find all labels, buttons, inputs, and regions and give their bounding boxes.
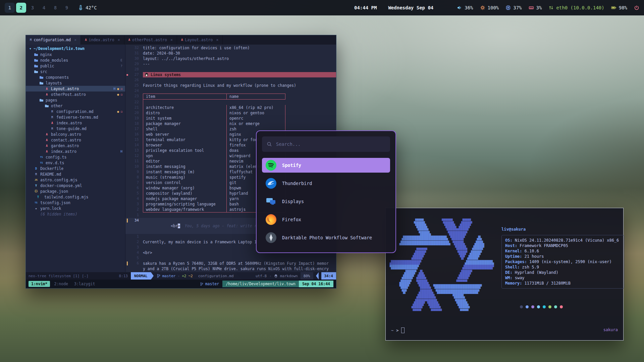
prompt-path: ~ — [391, 328, 393, 333]
clock[interactable]: 04:44 PM Wednesday Sep 04 — [354, 0, 433, 15]
tree-item[interactable]: node_modules E — [26, 57, 125, 63]
tmux-window-tab[interactable]: 1:nvim* — [29, 281, 50, 287]
tree-item[interactable]: components — [26, 74, 125, 80]
diff-added: +2 — [182, 274, 186, 278]
buffer-line: 24 — [125, 88, 336, 94]
workspace-button[interactable]: 9 — [62, 3, 72, 13]
tree-item-label: configuration.md — [56, 109, 94, 114]
editor-tab[interactable]: index.astro × — [81, 35, 124, 45]
tree-item[interactable]: index.astro H — [26, 148, 125, 154]
table-col-name: name — [226, 94, 285, 100]
table-cell-item: init system — [143, 116, 226, 121]
tab-close-icon[interactable]: × — [170, 38, 173, 42]
search-input[interactable] — [275, 141, 385, 147]
file-icon — [45, 87, 49, 90]
launcher-item-spotify[interactable]: Spotify — [262, 158, 390, 173]
table-row: 21 architecture x86_64 (rip m2 pro) — [125, 105, 336, 110]
gear-icon — [480, 5, 485, 10]
tmux-datetime: Sep 04 16:44 — [299, 281, 333, 287]
git-status-badges: ● ◻ — [117, 110, 122, 113]
tree-item[interactable]: otherPost.astro ● ◻ — [26, 92, 125, 97]
tree-item[interactable]: src — [26, 69, 125, 74]
tree-item[interactable]: layouts — [26, 80, 125, 86]
buffer-line: 5 — [125, 255, 336, 261]
tab-close-icon[interactable]: × — [216, 38, 218, 42]
tree-item[interactable]: astro.config.mjs — [26, 177, 125, 183]
tree-item[interactable]: nginx — [26, 52, 125, 57]
workspace-button[interactable]: 4 — [39, 3, 49, 13]
shell-prompt[interactable]: ~ > — [391, 327, 405, 333]
launcher-item-displays[interactable]: Displays — [262, 194, 390, 209]
tmux-window-tab[interactable]: 2:node — [52, 281, 70, 287]
gitsign-bar — [127, 219, 128, 223]
volume-module[interactable]: 36% — [457, 5, 473, 10]
tree-item[interactable]: package.json — [26, 188, 125, 194]
editor-tab[interactable]: configuration.md × — [26, 35, 81, 45]
search-icon — [267, 141, 272, 147]
tree-item[interactable]: pages — [26, 97, 125, 103]
launcher-item-thunderbird[interactable]: Thunderbird — [262, 176, 390, 191]
tree-item[interactable]: configuration.md ● ◻ — [26, 109, 125, 114]
editor-tab[interactable]: otherPost.astro × — [124, 35, 177, 45]
tab-close-icon[interactable]: × — [74, 38, 76, 42]
workspace-number: 4 — [43, 5, 45, 10]
palette-dot — [543, 305, 546, 308]
tree-item[interactable]: env.d.ts — [26, 160, 125, 166]
tree-item[interactable]: Layout.astro H ● ◻ — [26, 86, 125, 92]
tree-item[interactable]: index.astro — [26, 120, 125, 126]
workspace-button[interactable]: 2 — [16, 3, 26, 13]
memory-module[interactable]: 3% — [529, 5, 542, 10]
sidebar-statusline: neo-tree filesystem [1] [-] 8:13 — [26, 272, 131, 280]
info-label: Host — [505, 243, 517, 248]
battery-module[interactable]: 98% — [611, 5, 627, 10]
temperature-module[interactable]: 42°C — [78, 5, 97, 10]
tree-item[interactable]: fediverse-terms.md — [26, 114, 125, 120]
tree-item[interactable]: README.md — [26, 171, 125, 177]
tree-item[interactable]: public ? — [26, 63, 125, 69]
tree-item[interactable]: Dockerfile — [26, 166, 125, 171]
tmux-window-tab[interactable]: 3:lazygit — [72, 281, 97, 287]
workspace-button[interactable]: 8 — [50, 3, 60, 13]
tree-item[interactable]: tailwind.config.mjs — [26, 194, 125, 200]
memory-icon — [529, 5, 534, 10]
brightness-module[interactable]: 100% — [480, 5, 499, 10]
network-icon — [548, 5, 554, 10]
tree-item[interactable]: other — [26, 103, 125, 109]
tree-item[interactable]: docker-compose.yml — [26, 183, 125, 188]
cpu-module[interactable]: 37% — [505, 5, 522, 10]
status-modules: 36% 100% 37% 3% — [457, 5, 639, 10]
launcher-search[interactable] — [262, 136, 390, 152]
tree-item[interactable]: tsconfig.json — [26, 200, 125, 205]
workspace-button[interactable]: 3 — [28, 3, 38, 13]
tree-item-label: env.d.ts — [46, 161, 64, 165]
workspace-button[interactable]: 1 — [5, 3, 15, 13]
tree-item[interactable]: tone-guide.md — [26, 126, 125, 131]
tree-item-label: tone-guide.md — [56, 126, 87, 131]
thermometer-icon — [78, 5, 83, 10]
thunderbird-icon — [265, 178, 277, 189]
tab-label: configuration.md — [34, 38, 71, 42]
launcher-item-firefox[interactable]: Firefox — [262, 212, 390, 227]
tab-close-icon[interactable]: × — [118, 38, 120, 42]
info-value: 21 hours — [525, 254, 544, 259]
editor-tab[interactable]: Layout.astro × — [177, 35, 223, 45]
info-label: Uptime — [505, 254, 522, 259]
tree-item[interactable]: contact.astro — [26, 137, 125, 143]
tree-item[interactable]: config.ts — [26, 154, 125, 160]
fastfetch-terminal[interactable]: ▗▄▄▄ ▗▄▄▄▄ ▄▄▄▖ ▜███▙ ▜███▙ ▟███▛ ▜███▙ … — [385, 208, 624, 341]
git-status-badges: ? — [120, 64, 122, 68]
table-cell-name: openrc — [226, 116, 285, 121]
tree-item[interactable]: garden.astro — [26, 143, 125, 148]
git-status-badges: E — [120, 58, 122, 62]
filetype-icon — [85, 38, 87, 42]
tree-item[interactable]: yarn.lock — [26, 205, 125, 211]
tree-item[interactable]: (6 hidden items) — [26, 211, 125, 217]
info-line: Memory 11731MiB / 31280MiB — [505, 281, 621, 286]
file-icon — [50, 110, 54, 113]
tree-item[interactable]: balcony.astro — [26, 131, 125, 137]
launcher-item-darktable[interactable]: Darktable Photo Workflow Software — [262, 230, 390, 245]
power-button[interactable] — [634, 5, 639, 10]
network-module[interactable]: eth0 (10.0.0.140) — [548, 5, 604, 10]
table-cell-item: instant messaging (m) — [143, 169, 226, 175]
tree-root[interactable]: ▾ ~/Development/liv.town — [26, 46, 125, 52]
